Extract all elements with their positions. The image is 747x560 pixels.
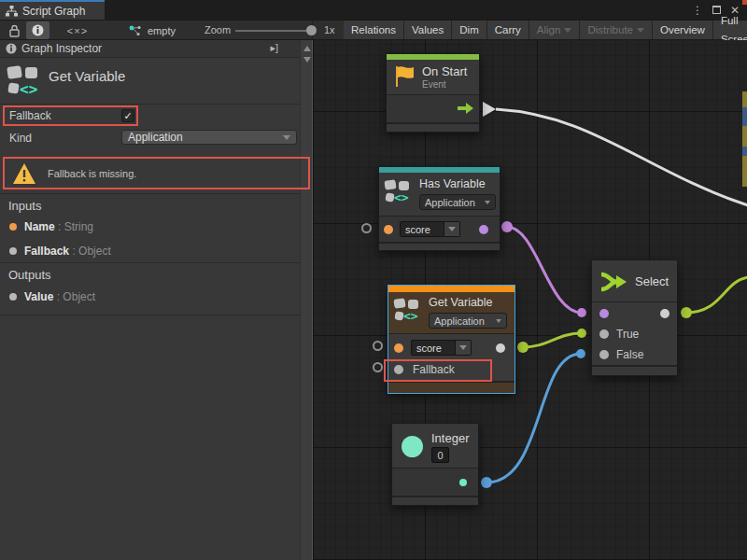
bool-output-port[interactable] bbox=[479, 225, 488, 234]
warning-icon bbox=[12, 162, 36, 185]
chevron-down-icon bbox=[448, 227, 456, 231]
int-output-port[interactable] bbox=[459, 479, 467, 486]
unconnected-port-ring[interactable] bbox=[361, 223, 372, 233]
node-select[interactable]: Select True False bbox=[591, 259, 678, 376]
zoom-label: Zoom bbox=[204, 24, 231, 35]
node-get-variable[interactable]: <> Get Variable Application score Fallba… bbox=[388, 285, 515, 394]
zoom-slider-track[interactable] bbox=[235, 30, 310, 32]
carry-button[interactable]: Carry bbox=[487, 21, 529, 39]
output-row-value: Value : Object bbox=[9, 290, 95, 303]
selection-output-port[interactable] bbox=[660, 309, 669, 318]
condition-input-port[interactable] bbox=[599, 309, 609, 318]
select-merge-icon bbox=[599, 269, 627, 295]
name-input-port[interactable] bbox=[384, 225, 393, 234]
variable-icon: <> bbox=[394, 298, 424, 329]
lock-icon[interactable] bbox=[6, 21, 22, 39]
scroll-down-icon[interactable] bbox=[303, 57, 311, 63]
graph-toolbar: <×> empty Zoom 1x Relations Values Dim C… bbox=[0, 20, 747, 40]
overview-button[interactable]: Overview bbox=[653, 21, 713, 39]
align-button: Align bbox=[529, 21, 581, 39]
variable-icon: <> bbox=[385, 179, 415, 211]
graph-canvas[interactable]: On Start Event <> Has Variable bbox=[313, 40, 747, 560]
node-title: Select bbox=[635, 274, 669, 288]
unconnected-port-ring[interactable] bbox=[373, 362, 383, 372]
dock-icon[interactable]: ▸] bbox=[270, 42, 278, 54]
connection-wires bbox=[313, 40, 747, 560]
inputs-header: Inputs bbox=[8, 199, 41, 213]
fallback-checkbox[interactable]: ✓ bbox=[121, 109, 134, 122]
input-row-name: Name : String bbox=[9, 220, 93, 233]
true-input-port[interactable] bbox=[599, 329, 609, 339]
graph-reference[interactable]: empty bbox=[129, 21, 176, 40]
port-dot bbox=[9, 293, 17, 301]
flag-icon bbox=[395, 65, 416, 88]
window-title: Script Graph bbox=[22, 5, 85, 18]
scroll-up-icon[interactable] bbox=[303, 46, 311, 51]
false-input-port[interactable] bbox=[599, 350, 609, 359]
value-output-port[interactable] bbox=[496, 343, 505, 353]
inspector-scrollbar[interactable] bbox=[300, 40, 312, 560]
kind-label: Kind bbox=[9, 132, 32, 145]
window-menu-icon[interactable]: ⋮ bbox=[692, 4, 703, 17]
info-icon bbox=[6, 43, 17, 54]
info-icon bbox=[32, 24, 44, 36]
node-title: Has Variable bbox=[419, 177, 486, 190]
integer-type-icon bbox=[402, 436, 423, 457]
inspector-toggle-button[interactable] bbox=[26, 21, 49, 39]
variable-icon: <> bbox=[7, 64, 45, 107]
node-on-start[interactable]: On Start Event bbox=[386, 53, 480, 133]
node-integer[interactable]: Integer 0 bbox=[391, 423, 479, 506]
chevron-down-icon bbox=[459, 345, 467, 350]
graph-inspector-panel: Graph Inspector ▸] <> Get Variable Fallb… bbox=[0, 40, 313, 560]
unconnected-port-ring[interactable] bbox=[373, 341, 383, 351]
node-has-variable[interactable]: <> Has Variable Application score bbox=[378, 166, 500, 251]
maximize-icon[interactable] bbox=[712, 6, 721, 14]
outputs-header: Outputs bbox=[8, 268, 51, 282]
node-subtitle: Event bbox=[422, 79, 446, 90]
warning-text: Fallback is missing. bbox=[48, 168, 136, 179]
zoom-value: 1x bbox=[324, 24, 335, 35]
port-dot bbox=[9, 223, 17, 231]
node-title: Get Variable bbox=[429, 296, 493, 309]
variable-name-combo[interactable]: score bbox=[400, 221, 460, 237]
relations-button[interactable]: Relations bbox=[344, 21, 404, 39]
variable-name-combo[interactable]: score bbox=[411, 340, 472, 356]
code-view-icon[interactable]: <×> bbox=[63, 21, 92, 39]
false-port-label: False bbox=[616, 348, 643, 361]
zoom-slider-handle[interactable] bbox=[306, 25, 317, 35]
kind-dropdown[interactable]: Application bbox=[121, 130, 297, 145]
chevron-down-icon bbox=[496, 319, 501, 323]
input-row-fallback: Fallback : Object bbox=[9, 245, 111, 258]
name-input-port[interactable] bbox=[394, 343, 403, 353]
graph-ref-icon bbox=[129, 25, 143, 36]
node-title: On Start bbox=[422, 64, 467, 78]
flow-output-port[interactable] bbox=[458, 103, 473, 114]
chevron-down-icon bbox=[637, 28, 644, 33]
script-graph-icon bbox=[6, 6, 18, 17]
fallback-option-label: Fallback bbox=[9, 109, 51, 122]
fallback-error-highlight bbox=[384, 359, 492, 382]
variable-kind-dropdown[interactable]: Application bbox=[429, 313, 507, 329]
full-screen-button[interactable]: Full Screen bbox=[713, 21, 747, 39]
values-button[interactable]: Values bbox=[404, 21, 452, 39]
dim-button[interactable]: Dim bbox=[452, 21, 486, 39]
script-graph-window: Script Graph ⋮ ✕ bbox=[0, 0, 747, 560]
corner-indicator bbox=[742, 0, 747, 5]
port-dot bbox=[9, 247, 17, 255]
true-port-label: True bbox=[616, 328, 639, 341]
flow-arrowhead bbox=[483, 102, 496, 117]
inspected-unit-title: Get Variable bbox=[49, 68, 125, 84]
tab-script-graph[interactable]: Script Graph bbox=[0, 0, 105, 20]
distribute-button: Distribute bbox=[580, 21, 653, 39]
chevron-down-icon bbox=[485, 201, 490, 204]
title-bar: Script Graph ⋮ ✕ bbox=[0, 0, 747, 20]
inspector-header: Graph Inspector ▸] bbox=[0, 40, 301, 58]
variables-colorbar bbox=[388, 286, 514, 292]
variable-kind-dropdown[interactable]: Application bbox=[419, 194, 496, 210]
node-title: Integer bbox=[431, 431, 469, 445]
chevron-down-icon bbox=[564, 28, 571, 33]
inspector-title: Graph Inspector bbox=[21, 42, 102, 55]
chevron-down-icon bbox=[283, 135, 290, 140]
offscreen-node-sliver bbox=[742, 91, 747, 187]
integer-value-field[interactable]: 0 bbox=[431, 447, 449, 463]
